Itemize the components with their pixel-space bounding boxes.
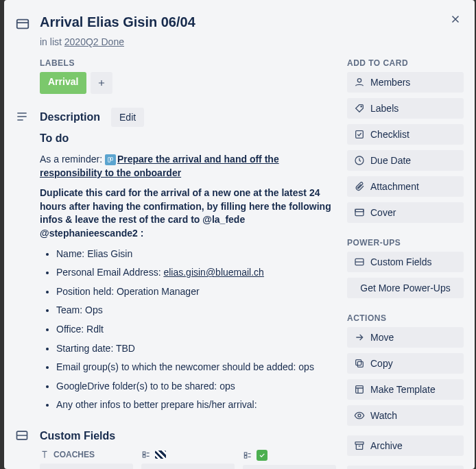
- description-content[interactable]: To do As a reminder: Prepare the arrival…: [40, 132, 336, 412]
- move-button[interactable]: Move: [347, 327, 464, 348]
- description-list-item: Personal Email Address: elias.gisin@blue…: [56, 266, 336, 280]
- svg-rect-6: [110, 158, 112, 160]
- powerups-heading: POWER-UPS: [347, 238, 464, 248]
- copy-button[interactable]: Copy: [347, 353, 464, 374]
- svg-rect-31: [355, 442, 364, 444]
- custom-fields-icon: [15, 429, 32, 444]
- svg-rect-22: [355, 209, 364, 211]
- description-heading: Description: [40, 111, 100, 123]
- sidebar: ADD TO CARD MembersLabelsChecklistDue Da…: [347, 58, 464, 469]
- watch-button[interactable]: Watch: [347, 405, 464, 426]
- instructions-text: Duplicate this card for the arrival of a…: [40, 187, 331, 239]
- svg-rect-9: [143, 452, 145, 455]
- custom-field-label: COACHES: [40, 450, 133, 459]
- email-link[interactable]: elias.gisin@bluemail.ch: [163, 267, 264, 278]
- reminder-prefix: As a reminder:: [40, 154, 105, 165]
- labels-heading: LABELS: [40, 58, 336, 68]
- archive-button[interactable]: Archive: [347, 435, 464, 456]
- description-list: Name: Elias GisinPersonal Email Address:…: [40, 248, 336, 412]
- card-title[interactable]: Arrival Elias Gisin 06/04: [40, 14, 195, 30]
- members-button[interactable]: Members: [347, 72, 464, 93]
- share-button[interactable]: Share: [347, 466, 464, 469]
- edit-description-button[interactable]: Edit: [111, 108, 144, 127]
- description-list-item: GoogleDrive folder(s) to to be shared: o…: [56, 380, 336, 394]
- custom-field: Select...: [141, 450, 235, 469]
- custom-field: Select...: [243, 450, 336, 469]
- custom-field-label: [243, 450, 336, 461]
- svg-rect-5: [108, 158, 110, 163]
- svg-rect-25: [357, 361, 363, 367]
- description-list-item: Any other infos to better prepare his/he…: [56, 398, 336, 412]
- svg-rect-10: [143, 455, 145, 457]
- label-chip[interactable]: Arrival: [40, 72, 86, 94]
- make-template-button[interactable]: Make Template: [347, 379, 464, 400]
- custom-fields-heading: Custom Fields: [40, 430, 115, 442]
- card-list-location: in list 2020Q2 Done: [40, 36, 464, 47]
- actions-heading: ACTIONS: [347, 313, 464, 323]
- close-button[interactable]: [444, 8, 466, 30]
- svg-point-18: [361, 106, 361, 107]
- svg-point-30: [358, 414, 361, 417]
- card-back-modal: Arrival Elias Gisin 06/04 in list 2020Q2…: [4, 0, 475, 469]
- svg-rect-14: [244, 455, 247, 458]
- svg-rect-27: [356, 386, 364, 394]
- list-link[interactable]: 2020Q2 Done: [64, 36, 124, 47]
- add-to-card-heading: ADD TO CARD: [347, 58, 464, 68]
- description-list-item: Position held: Operation Manager: [56, 285, 336, 299]
- svg-rect-19: [356, 131, 364, 139]
- custom-fields-button[interactable]: Custom Fields: [347, 252, 464, 272]
- description-icon: [15, 110, 32, 125]
- in-list-prefix: in list: [40, 36, 64, 47]
- description-list-item: Team: Ops: [56, 304, 336, 317]
- svg-rect-26: [356, 360, 361, 365]
- check-icon: [257, 450, 267, 461]
- description-list-item: Office: Rdlt: [56, 323, 336, 337]
- custom-field-select[interactable]: Select...: [141, 464, 235, 469]
- todo-heading: To do: [40, 132, 336, 145]
- card-icon: [15, 16, 32, 34]
- description-list-item: Email group(s) to which the newcomer sho…: [56, 361, 336, 374]
- flag-icon: [155, 450, 166, 459]
- due-date-button[interactable]: Due Date: [347, 150, 464, 171]
- add-label-button[interactable]: [91, 72, 112, 94]
- svg-rect-0: [17, 20, 29, 29]
- custom-field-select[interactable]: Select...: [243, 465, 336, 469]
- svg-rect-13: [244, 453, 247, 455]
- cover-button[interactable]: Cover: [347, 202, 464, 223]
- main-column: LABELS Arrival Description Edit To do: [15, 58, 336, 469]
- trello-card-icon: [105, 154, 116, 165]
- svg-rect-21: [355, 209, 364, 215]
- custom-field-input[interactable]: Add coaches...: [40, 464, 133, 469]
- description-list-item: Starting date: TBD: [56, 342, 336, 356]
- custom-field-label: [141, 450, 235, 459]
- description-list-item: Name: Elias Gisin: [56, 248, 336, 261]
- labels-button[interactable]: Labels: [347, 98, 464, 119]
- checklist-button[interactable]: Checklist: [347, 124, 464, 145]
- custom-field: COACHESAdd coaches...: [40, 450, 133, 469]
- get-more-powerups-button[interactable]: Get More Power-Ups: [347, 278, 464, 298]
- attachment-button[interactable]: Attachment: [347, 176, 464, 197]
- svg-point-17: [357, 79, 361, 82]
